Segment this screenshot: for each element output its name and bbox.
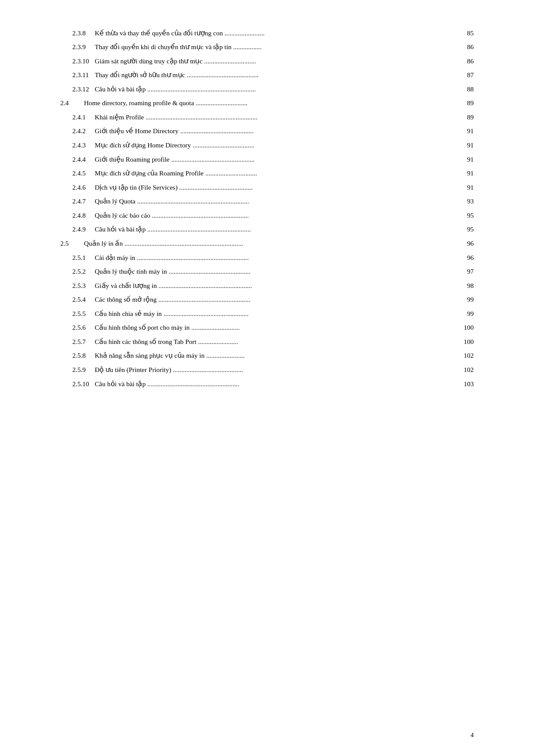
toc-number: 2.4.1	[60, 112, 95, 123]
page-number: 4	[471, 731, 474, 739]
toc-number: 2.5.8	[60, 350, 95, 361]
toc-number: 2.4.4	[60, 154, 95, 165]
toc-entry: 2.5.7 Cấu hình các thông số trong Tab Po…	[60, 334, 474, 349]
toc-dots: .....................................	[191, 140, 457, 151]
toc-text: Cấu hình các thông số trong Tab Port	[95, 336, 196, 347]
toc-dots: ........................................…	[146, 378, 457, 390]
toc-page: 89	[457, 97, 474, 109]
toc-dots: .................	[231, 41, 457, 53]
toc-number: 2.4.9	[60, 224, 95, 235]
toc-number: 2.5.6	[60, 322, 95, 333]
toc-entry: 2.4.1 Khái niệm Profile ................…	[60, 110, 474, 124]
toc-text: Khái niệm Profile	[95, 112, 144, 123]
toc-number: 2.5.9	[60, 364, 95, 375]
toc-page: 95	[457, 210, 474, 221]
toc-text: Giới thiệu về Home Directory	[95, 125, 178, 137]
toc-text: Cấu hình chia sẻ máy in	[95, 308, 162, 319]
toc-text: Độ ưu tiên (Printer Priority)	[95, 364, 171, 375]
toc-text: Câu hỏi và bài tập	[95, 378, 146, 390]
toc-page: 96	[457, 238, 474, 249]
toc-page: 102	[457, 350, 474, 361]
toc-text: Dịch vụ tập tin (File Services)	[95, 182, 177, 193]
toc-entry: 2.4.9 Câu hỏi và bài tập ...............…	[60, 222, 474, 237]
toc-dots: ...............................	[202, 56, 457, 67]
toc-page: 91	[457, 168, 474, 179]
toc-text: Quản lý thuộc tính máy in	[95, 266, 167, 277]
toc-text: Giấy và chất lượng in	[95, 280, 157, 291]
toc-number: 2.4.3	[60, 140, 95, 151]
toc-dots: ........................................…	[170, 154, 457, 165]
toc-page: 96	[457, 252, 474, 263]
toc-number: 2.3.10	[60, 56, 95, 67]
toc-page: 91	[457, 125, 474, 137]
toc-entry: 2.3.8 Kế thừa và thay thế quyền của đối …	[60, 26, 474, 40]
toc-page: 100	[457, 336, 474, 347]
toc-dots: ........................................…	[177, 182, 457, 193]
toc-text: Cấu hình thông số port cho máy in	[95, 322, 189, 333]
toc-entry: 2.5.9 Độ ưu tiên (Printer Priority) ....…	[60, 363, 474, 377]
toc-text: Các thông số mở rộng	[95, 294, 157, 305]
toc-number: 2.3.8	[60, 28, 95, 39]
toc-page: 99	[457, 308, 474, 319]
toc-number: 2.5.2	[60, 266, 95, 277]
toc-page: 89	[457, 112, 474, 123]
toc-page: 99	[457, 294, 474, 305]
toc-text: Giám sát người dùng truy cập thư mục	[95, 56, 202, 67]
toc-number: 2.5.3	[60, 280, 95, 291]
toc-entry: 2.5.6 Cấu hình thông số port cho máy in …	[60, 321, 474, 335]
toc-entry: 2.4.6 Dịch vụ tập tin (File Services) ..…	[60, 180, 474, 194]
toc-number: 2.4.5	[60, 168, 95, 179]
toc-number: 2.4.8	[60, 210, 95, 221]
toc-container: 2.3.8 Kế thừa và thay thế quyền của đối …	[60, 26, 474, 391]
toc-dots: ........................	[223, 28, 457, 39]
toc-entry: 2.5.3 Giấy và chất lượng in ............…	[60, 278, 474, 293]
toc-entry: 2.4.3 Mục đích sử dụng Home Directory ..…	[60, 138, 474, 153]
toc-number: 2.5.10	[60, 378, 95, 390]
toc-dots: ........................................…	[135, 196, 457, 207]
toc-text: Câu hỏi và bài tập	[95, 84, 146, 95]
toc-entry: 2.5.4 Các thông số mở rộng .............…	[60, 293, 474, 307]
toc-number: 2.3.12	[60, 84, 95, 95]
toc-text: Home directory, roaming profile & quota	[84, 97, 194, 109]
toc-entry: 2.4.8 Quản lý các báo cáo ..............…	[60, 208, 474, 222]
toc-text: Mục đích sử dụng Home Directory	[95, 140, 191, 151]
toc-page: 97	[457, 266, 474, 277]
toc-number: 2.5.7	[60, 336, 95, 347]
toc-dots: ........................................…	[157, 280, 457, 291]
toc-dots: ...............................	[204, 168, 457, 179]
toc-text: Câu hỏi và bài tập	[95, 224, 146, 235]
toc-page: 95	[457, 224, 474, 235]
toc-entry: 2.5.5 Cấu hình chia sẻ máy in ..........…	[60, 306, 474, 321]
toc-number: 2.3.11	[60, 69, 95, 81]
toc-page: 88	[457, 84, 474, 95]
toc-page: 103	[457, 378, 474, 390]
toc-entry: 2.4.2 Giới thiệu về Home Directory .....…	[60, 124, 474, 138]
toc-dots: ........................................…	[146, 224, 457, 235]
toc-entry: 2.5.10 Câu hỏi và bài tập ..............…	[60, 377, 474, 391]
toc-dots: ........................	[196, 336, 457, 347]
toc-text: Mục đích sử dụng của Roaming Profile	[95, 168, 204, 179]
toc-number: 2.5.5	[60, 308, 95, 319]
toc-dots: ........................................…	[162, 308, 457, 319]
toc-text: Quản lý các báo cáo	[95, 210, 150, 221]
toc-dots: ...............................	[194, 97, 457, 109]
toc-page: 91	[457, 182, 474, 193]
toc-dots: ........................................…	[123, 238, 457, 249]
toc-text: Khả năng sẵn sàng phục vụ của máy in	[95, 350, 205, 361]
toc-text: Thay đổi quyền khi di chuyển thư mục và …	[95, 41, 231, 53]
toc-dots: ........................................…	[157, 294, 457, 305]
toc-text: Cài đặt máy in	[95, 252, 135, 263]
toc-entry: 2.4 Home directory, roaming profile & qu…	[60, 96, 474, 110]
toc-number: 2.3.9	[60, 41, 95, 53]
toc-text: Quản lý Quota	[95, 196, 135, 207]
toc-entry: 2.3.10 Giám sát người dùng truy cập thư …	[60, 54, 474, 68]
toc-page: 86	[457, 41, 474, 53]
page: 2.3.8 Kế thừa và thay thế quyền của đối …	[0, 0, 534, 756]
toc-page: 93	[457, 196, 474, 207]
toc-text: Thay đổi người sở hữu thư mục	[95, 69, 185, 81]
toc-number: 2.5.4	[60, 294, 95, 305]
toc-entry: 2.5.2 Quản lý thuộc tính máy in ........…	[60, 265, 474, 279]
toc-number: 2.5	[60, 238, 84, 249]
toc-entry: 2.5.8 Khả năng sẵn sàng phục vụ của máy …	[60, 349, 474, 363]
toc-dots: ........................................…	[178, 125, 457, 137]
